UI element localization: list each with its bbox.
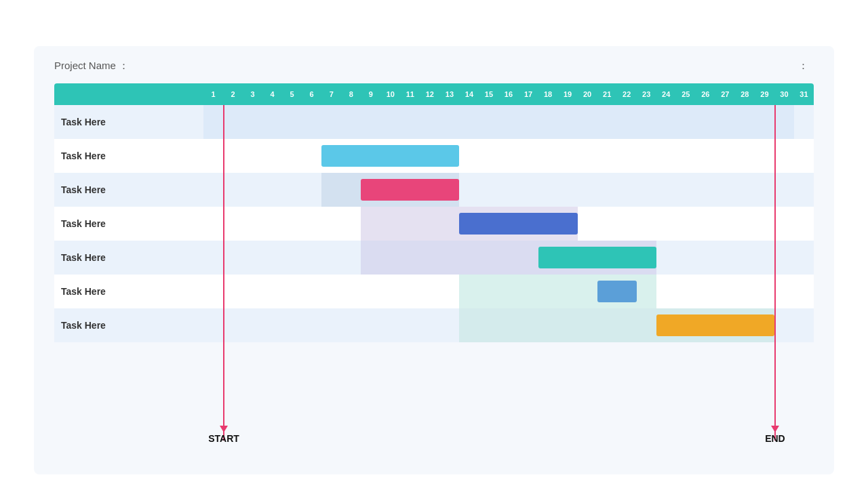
day-cell-24: 24 (656, 90, 676, 98)
day-cell-9: 9 (361, 90, 380, 98)
task-row-6: Task Here (54, 308, 814, 342)
task-name-5: Task Here (54, 286, 203, 297)
day-cell-18: 18 (538, 90, 558, 98)
task-name-2: Task Here (54, 184, 203, 195)
task-name-4: Task Here (54, 252, 203, 263)
day-cell-28: 28 (735, 90, 755, 98)
day-cell-15: 15 (479, 90, 498, 98)
day-cell-26: 26 (696, 90, 715, 98)
gantt-header-info: Project Name ： ： (54, 60, 814, 73)
day-cell-1: 1 (203, 90, 223, 98)
day-cell-29: 29 (755, 90, 774, 98)
main-bar-row-2-0 (361, 179, 459, 201)
project-name-label: Project Name ： (54, 60, 129, 71)
gantt-chart: 1234567891011121314151617181920212223242… (54, 83, 814, 454)
gantt-container: Project Name ： ： 12345678910111213141516… (34, 46, 834, 474)
task-name-0: Task Here (54, 117, 203, 127)
main-bar-row-4-0 (538, 247, 656, 268)
task-row-1: Task Here (54, 139, 814, 173)
task-row-5: Task Here (54, 274, 814, 308)
day-cell-8: 8 (341, 90, 361, 98)
day-cell-7: 7 (321, 90, 341, 98)
day-cell-4: 4 (262, 90, 282, 98)
day-cell-2: 2 (223, 90, 243, 98)
day-cell-16: 16 (498, 90, 518, 98)
day-cell-11: 11 (400, 90, 420, 98)
day-cell-27: 27 (715, 90, 735, 98)
chart-area: Task HereTask HereTask HereTask HereTask… (54, 105, 814, 454)
task-name-3: Task Here (54, 218, 203, 229)
days-row: 1234567891011121314151617181920212223242… (203, 90, 814, 98)
day-cell-30: 30 (774, 90, 794, 98)
task-row-0: Task Here (54, 105, 814, 139)
day-cell-6: 6 (302, 90, 321, 98)
day-cell-19: 19 (558, 90, 578, 98)
task-row-2: Task Here (54, 173, 814, 207)
page: Project Name ： ： 12345678910111213141516… (0, 0, 868, 488)
day-cell-14: 14 (459, 90, 479, 98)
main-bar-row-3-0 (459, 213, 577, 235)
days-header: 1234567891011121314151617181920212223242… (54, 83, 814, 105)
main-bar-row-6-0 (656, 314, 774, 336)
day-cell-13: 13 (439, 90, 459, 98)
main-bar-row-1-0 (321, 145, 459, 167)
task-bars-5 (203, 274, 814, 308)
day-cell-22: 22 (617, 90, 637, 98)
task-bars-0 (203, 105, 814, 139)
task-bars-2 (203, 173, 814, 207)
task-bars-1 (203, 139, 814, 173)
task-bars-3 (203, 207, 814, 241)
main-bar-row-5-0 (597, 281, 637, 302)
task-row-3: Task Here (54, 207, 814, 241)
task-row-4: Task Here (54, 241, 814, 274)
month-section: ： (798, 60, 814, 73)
day-cell-10: 10 (380, 90, 400, 98)
day-cell-23: 23 (637, 90, 656, 98)
day-cell-5: 5 (282, 90, 302, 98)
day-cell-21: 21 (597, 90, 617, 98)
day-cell-20: 20 (578, 90, 597, 98)
day-cell-17: 17 (519, 90, 538, 98)
task-bars-4 (203, 241, 814, 274)
bg-bar-row-0 (203, 105, 794, 139)
day-cell-3: 3 (243, 90, 262, 98)
task-rows: Task HereTask HereTask HereTask HereTask… (54, 105, 814, 454)
day-cell-12: 12 (420, 90, 439, 98)
task-bars-6 (203, 308, 814, 342)
day-cell-31: 31 (794, 90, 814, 98)
task-name-1: Task Here (54, 150, 203, 161)
task-name-6: Task Here (54, 320, 203, 331)
day-cell-25: 25 (676, 90, 696, 98)
project-name-section: Project Name ： (54, 60, 134, 73)
